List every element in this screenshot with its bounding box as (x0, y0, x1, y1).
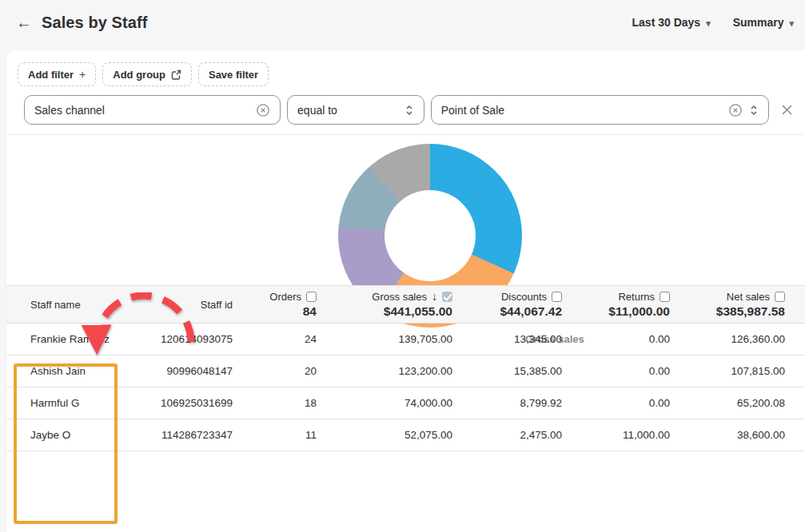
filter-value-text: Point of Sale (441, 104, 728, 117)
back-arrow-icon: ← (16, 14, 32, 32)
returns-checkbox[interactable] (660, 292, 670, 302)
cell-net-sales: 38,600.00 (671, 429, 805, 441)
column-header-staff-name[interactable]: Staff name (6, 286, 142, 323)
cell-staff-name: Ashish Jain (6, 365, 142, 377)
column-header-orders[interactable]: Orders 84 (234, 286, 318, 323)
column-total: $11,000.00 (608, 304, 670, 319)
column-total: $385,987.58 (716, 304, 785, 319)
plus-icon: + (79, 68, 86, 81)
column-header-gross-sales[interactable]: Gross sales ↓ $441,055.00 (318, 286, 454, 323)
topbar: ← Sales by Staff Last 30 Days ▾ Summary … (0, 0, 805, 45)
column-label: Staff name (30, 299, 81, 311)
filter-operator-value: equal to (297, 104, 404, 117)
clear-value-button[interactable] (728, 103, 743, 117)
cell-staff-id: 120614093075 (142, 333, 234, 345)
cell-orders: 18 (234, 397, 318, 409)
cell-returns: 0.00 (564, 333, 671, 345)
column-label: Discounts (501, 291, 547, 303)
column-header-returns[interactable]: Returns $11,000.00 (564, 286, 671, 323)
column-label: Net sales (727, 291, 770, 303)
donut-hole (385, 190, 476, 281)
cell-staff-id: 90996048147 (142, 365, 234, 377)
discounts-checkbox[interactable] (552, 292, 562, 302)
cell-staff-name: Frankie Ramirez (6, 333, 142, 345)
cell-net-sales: 126,360.00 (671, 333, 805, 345)
column-header-discounts[interactable]: Discounts $44,067.42 (454, 286, 564, 323)
chevron-down-icon: ▾ (789, 18, 794, 29)
cell-orders: 24 (234, 333, 318, 345)
close-icon (780, 103, 794, 117)
cell-orders: 20 (234, 365, 318, 377)
column-header-net-sales[interactable]: Net sales $385,987.58 (671, 286, 805, 323)
filter-operator-select[interactable]: equal to (287, 95, 424, 125)
view-mode-dropdown[interactable]: Summary ▾ (733, 16, 794, 29)
clear-field-button[interactable] (256, 103, 270, 117)
save-filter-button[interactable]: Save filter (198, 62, 269, 86)
topbar-controls: Last 30 Days ▾ Summary ▾ (632, 16, 794, 29)
add-group-label: Add group (113, 69, 165, 81)
filter-toolbar: Add filter + Add group Save filter (6, 50, 805, 86)
date-range-label: Last 30 Days (632, 16, 701, 29)
sort-desc-icon[interactable]: ↓ (432, 290, 437, 303)
column-label: Gross sales (372, 291, 427, 303)
chevron-down-icon: ▾ (706, 18, 711, 29)
column-label: Staff id (201, 299, 233, 311)
back-button[interactable]: ← (13, 11, 35, 34)
updown-chevrons-icon (749, 104, 759, 117)
staff-sales-table: Staff name Staff id Orders 84 Gross sale… (6, 285, 805, 451)
gross-sales-checkbox[interactable] (442, 292, 452, 302)
cell-staff-id: 114286723347 (142, 429, 234, 441)
table-row[interactable]: Jaybe O 114286723347 11 52,075.00 2,475.… (6, 419, 805, 451)
cell-net-sales: 65,200.08 (671, 397, 805, 409)
cell-gross-sales: 123,200.00 (318, 365, 454, 377)
add-group-button[interactable]: Add group (102, 62, 192, 86)
cell-gross-sales: 139,705.00 (318, 333, 454, 345)
table-header-row: Staff name Staff id Orders 84 Gross sale… (6, 285, 805, 324)
cell-gross-sales: 74,000.00 (318, 397, 454, 409)
cell-orders: 11 (234, 429, 318, 441)
cell-returns: 0.00 (564, 365, 671, 377)
view-mode-label: Summary (733, 16, 784, 29)
cell-returns: 11,000.00 (564, 429, 671, 441)
cell-net-sales: 107,815.00 (671, 365, 805, 377)
cell-discounts: 13,345.00 (454, 333, 564, 345)
date-range-dropdown[interactable]: Last 30 Days ▾ (632, 16, 711, 29)
column-label: Returns (618, 291, 655, 303)
circle-x-icon (728, 103, 743, 117)
add-filter-label: Add filter (28, 69, 74, 81)
cell-staff-id: 106925031699 (142, 397, 234, 409)
column-header-staff-id[interactable]: Staff id (142, 286, 234, 323)
column-total: 84 (303, 304, 317, 319)
add-group-icon (171, 69, 181, 80)
filter-rule-row: Sales channel equal to Point of Sale (6, 86, 805, 125)
column-total: $441,055.00 (384, 304, 452, 319)
filter-value-select[interactable]: Point of Sale (431, 95, 769, 125)
cell-returns: 0.00 (564, 397, 671, 409)
filter-field-value: Sales channel (34, 104, 256, 117)
filter-field-select[interactable]: Sales channel (24, 95, 281, 125)
cell-discounts: 8,799.92 (454, 397, 564, 409)
save-filter-label: Save filter (209, 69, 258, 81)
net-sales-checkbox[interactable] (775, 292, 785, 302)
report-card: Add filter + Add group Save filter Sales… (6, 50, 805, 532)
column-label: Orders (269, 291, 301, 303)
add-filter-button[interactable]: Add filter + (18, 62, 96, 86)
remove-filter-button[interactable] (780, 103, 794, 117)
cell-gross-sales: 52,075.00 (318, 429, 454, 441)
table-row[interactable]: Ashish Jain 90996048147 20 123,200.00 15… (6, 355, 805, 387)
column-total: $44,067.42 (500, 304, 562, 319)
orders-checkbox[interactable] (306, 292, 317, 302)
table-row[interactable]: Harmful G 106925031699 18 74,000.00 8,79… (6, 387, 805, 419)
cell-discounts: 2,475.00 (454, 429, 564, 441)
table-row[interactable]: Frankie Ramirez 120614093075 24 139,705.… (6, 324, 805, 355)
circle-x-icon (256, 103, 270, 117)
cell-staff-name: Harmful G (6, 397, 142, 409)
cell-discounts: 15,385.00 (454, 365, 564, 377)
cell-staff-name: Jaybe O (6, 429, 142, 441)
page-title: Sales by Staff (42, 14, 148, 32)
updown-chevrons-icon (404, 104, 414, 117)
